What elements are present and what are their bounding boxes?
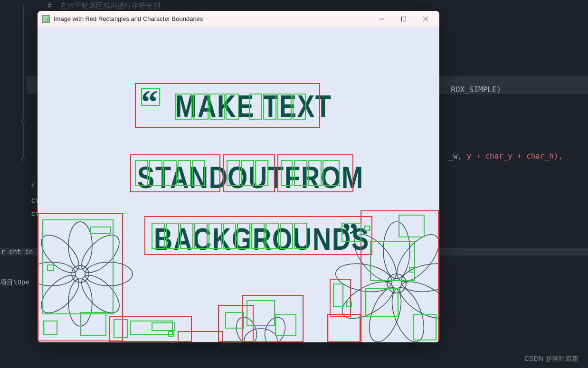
image-canvas: “ MAKE TEXT STAND OUT FROM BACKGROUNDS ” — [38, 27, 439, 342]
svg-point-8 — [75, 269, 125, 319]
close-quote: ” — [341, 216, 358, 254]
gutter-line — [23, 5, 24, 123]
svg-point-24 — [233, 314, 260, 342]
svg-point-9 — [68, 279, 92, 326]
svg-point-25 — [261, 314, 289, 342]
gutter-fold-dot[interactable] — [21, 119, 26, 123]
svg-point-12 — [38, 229, 85, 279]
gutter-line — [23, 123, 24, 157]
svg-rect-1 — [402, 17, 406, 21]
image-viewer-window: Image with Red Rectangles and Character … — [38, 11, 439, 342]
svg-point-15 — [389, 227, 439, 288]
svg-point-23 — [244, 329, 277, 342]
open-quote: “ — [141, 83, 158, 121]
green-bounding-box — [168, 331, 174, 337]
image-text-line2b: OUT — [228, 160, 285, 195]
svg-point-7 — [85, 262, 133, 286]
window-titlebar[interactable]: Image with Red Rectangles and Character … — [38, 11, 439, 27]
maximize-button[interactable] — [393, 11, 415, 27]
image-text-line2a: STAND — [137, 160, 228, 195]
window-title: Image with Red Rectangles and Character … — [54, 15, 371, 22]
app-icon — [42, 15, 50, 23]
gutter-fold-dot[interactable] — [21, 157, 26, 161]
watermark-text: CSDN @落叶霜霜 — [524, 355, 579, 363]
minimize-button[interactable] — [371, 11, 393, 27]
code-line: _w, y + char_y + char_h), — [439, 142, 563, 160]
svg-point-11 — [38, 262, 76, 286]
red-bounding-box — [178, 331, 223, 342]
svg-point-6 — [75, 229, 125, 279]
svg-point-16 — [399, 260, 439, 296]
terminal-line: 项目\Ope — [0, 278, 29, 287]
image-text-line3: BACKGROUNDS — [154, 222, 370, 257]
flower-sketch-left — [38, 217, 137, 340]
flower-sketch-center — [218, 298, 303, 342]
svg-point-4 — [72, 265, 89, 283]
image-text-line1: MAKE TEXT — [175, 89, 332, 124]
svg-point-10 — [38, 269, 85, 319]
svg-point-20 — [336, 274, 399, 326]
green-bounding-box — [152, 322, 175, 331]
svg-point-14 — [383, 222, 410, 279]
image-text-line2c: FROM — [285, 160, 364, 195]
svg-point-5 — [68, 222, 92, 269]
code-comment-line: # 在水平轮廓区域内进行字符分割 — [47, 0, 560, 12]
close-button[interactable] — [415, 11, 436, 27]
